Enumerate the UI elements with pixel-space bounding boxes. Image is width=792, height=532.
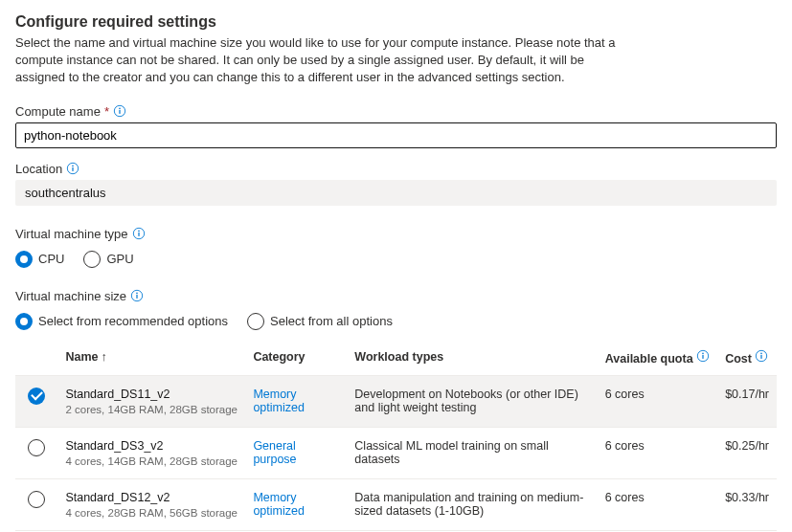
vm-quota: 6 cores (598, 478, 717, 530)
vm-category[interactable]: Memory optimized (253, 388, 305, 414)
vm-specs: 4 cores, 14GB RAM, 28GB storage (65, 455, 238, 467)
vm-quota: 6 cores (598, 427, 717, 478)
vm-cost: $0.33/hr (717, 478, 777, 530)
vm-cost: $0.25/hr (717, 427, 777, 478)
col-header-quota[interactable]: Available quota (598, 340, 717, 376)
vm-type-radio-group: CPU GPU (15, 251, 777, 268)
col-header-workload[interactable]: Workload types (347, 340, 597, 376)
vm-size-table: Name↑ Category Workload types Available … (15, 340, 777, 532)
vm-workload: Development on Notebooks (or other IDE) … (347, 375, 597, 427)
info-icon[interactable] (755, 349, 768, 363)
vm-name: Standard_DS3_v2 (65, 439, 238, 453)
vm-specs: 4 cores, 28GB RAM, 56GB storage (65, 507, 238, 519)
vm-size-radio-group: Select from recommended options Select f… (15, 313, 777, 330)
vm-workload: Classical ML model training on small dat… (347, 427, 597, 478)
vm-workload: Data manipulation and training on medium… (347, 478, 597, 530)
row-select-radio[interactable] (28, 439, 45, 456)
header-text: Name (65, 350, 98, 364)
radio-label: GPU (106, 252, 133, 266)
radio-label: Select from all options (270, 314, 393, 328)
radio-icon (15, 251, 33, 268)
page-description: Select the name and virtual machine size… (15, 34, 628, 87)
page-title: Configure required settings (15, 13, 777, 31)
location-value: southcentralus (15, 180, 777, 206)
header-text: Cost (725, 352, 752, 366)
vm-type-gpu[interactable]: GPU (83, 251, 133, 268)
vm-quota: 6 cores (598, 375, 717, 427)
info-icon[interactable] (113, 104, 126, 118)
radio-label: Select from recommended options (38, 314, 228, 328)
vm-type-label: Virtual machine type (15, 227, 128, 241)
vm-size-label: Virtual machine size (15, 289, 126, 303)
location-field: Location southcentralus (15, 162, 777, 206)
vm-name: Standard_DS12_v2 (65, 491, 238, 504)
vm-specs: 2 cores, 14GB RAM, 28GB storage (65, 404, 238, 415)
info-icon[interactable] (696, 349, 710, 363)
vm-cost: $0.17/hr (717, 375, 777, 427)
table-row[interactable]: Standard_DS12_v2 4 cores, 28GB RAM, 56GB… (15, 478, 777, 530)
info-icon[interactable] (66, 162, 79, 175)
radio-label: CPU (38, 252, 64, 266)
vm-type-cpu[interactable]: CPU (15, 251, 64, 268)
col-header-name[interactable]: Name↑ (57, 340, 245, 376)
vm-size-all[interactable]: Select from all options (247, 313, 393, 330)
compute-name-input[interactable] (15, 122, 777, 148)
vm-category[interactable]: General purpose (253, 439, 296, 466)
location-label: Location (15, 162, 62, 176)
radio-icon (247, 313, 264, 330)
col-header-category[interactable]: Category (245, 340, 347, 376)
row-select-radio[interactable] (28, 388, 45, 405)
info-icon[interactable] (132, 227, 146, 240)
vm-size-recommended[interactable]: Select from recommended options (15, 313, 228, 330)
info-icon[interactable] (130, 289, 144, 302)
compute-name-label: Compute name (15, 104, 101, 119)
sort-ascending-icon: ↑ (101, 350, 106, 364)
col-header-cost[interactable]: Cost (717, 340, 777, 376)
radio-icon (83, 251, 101, 268)
compute-name-field: Compute name * (15, 104, 777, 148)
vm-name: Standard_DS11_v2 (65, 388, 238, 401)
row-select-radio[interactable] (28, 491, 45, 508)
required-asterisk: * (104, 104, 109, 119)
header-text: Available quota (605, 352, 693, 366)
table-row[interactable]: Standard_DS11_v2 2 cores, 14GB RAM, 28GB… (15, 375, 777, 427)
vm-category[interactable]: Memory optimized (253, 491, 305, 518)
radio-icon (15, 313, 33, 330)
table-row[interactable]: Standard_DS3_v2 4 cores, 14GB RAM, 28GB … (15, 427, 777, 478)
